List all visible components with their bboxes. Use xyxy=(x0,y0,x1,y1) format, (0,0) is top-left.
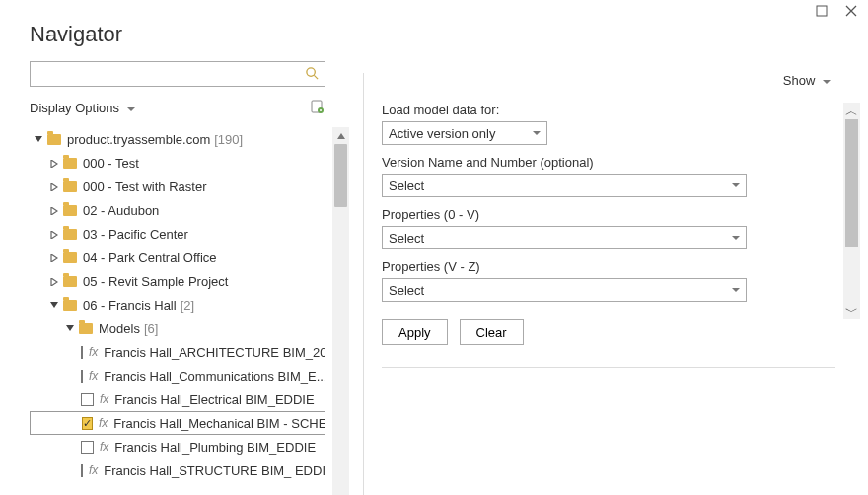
tree-folder-count: [2] xyxy=(181,298,194,313)
tree-folder-label: 02 - Audubon xyxy=(83,203,159,218)
folder-icon xyxy=(63,181,77,192)
tree-model-item[interactable]: fxFrancis Hall_Communications BIM_E... xyxy=(30,364,326,388)
tree-folder[interactable]: 02 - Audubon xyxy=(30,198,326,222)
version-select[interactable]: Select xyxy=(382,174,747,197)
checkbox[interactable] xyxy=(81,464,83,477)
function-icon: fx xyxy=(100,392,108,406)
scroll-thumb[interactable] xyxy=(845,119,858,248)
version-value: Select xyxy=(389,178,424,193)
tree-models-folder[interactable]: Models [6] xyxy=(30,317,326,340)
tree-model-item[interactable]: fxFrancis Hall_Plumbing BIM_EDDIE xyxy=(30,435,326,459)
properties-vz-value: Select xyxy=(389,283,424,298)
scroll-thumb[interactable] xyxy=(334,144,347,207)
folder-icon xyxy=(63,229,77,240)
function-icon: fx xyxy=(89,345,98,359)
display-options-button[interactable]: Display Options xyxy=(30,101,135,115)
expand-icon[interactable] xyxy=(49,156,59,171)
folder-icon xyxy=(63,205,77,216)
load-model-select[interactable]: Active version only xyxy=(382,121,547,145)
tree-model-label: Francis Hall_ARCHITECTURE BIM_20... xyxy=(104,345,326,360)
scroll-up-icon[interactable]: ︿ xyxy=(843,103,860,119)
tree-folder[interactable]: 000 - Test with Raster xyxy=(30,175,326,198)
tree-model-item[interactable]: fxFrancis Hall_STRUCTURE BIM_ EDDIE xyxy=(30,459,326,482)
expand-icon[interactable] xyxy=(49,179,59,194)
tree-folder-label: 000 - Test xyxy=(83,156,139,171)
tree-folder[interactable]: 000 - Test xyxy=(30,151,326,175)
search-input[interactable] xyxy=(30,61,326,87)
refresh-icon[interactable] xyxy=(310,99,326,117)
expand-icon[interactable] xyxy=(49,227,59,242)
tree-folder[interactable]: 04 - Park Central Office xyxy=(30,246,326,269)
properties-0v-select[interactable]: Select xyxy=(382,226,747,249)
maximize-icon[interactable] xyxy=(815,4,829,18)
tree-folder-label: 04 - Park Central Office xyxy=(83,250,217,265)
tree-model-item[interactable]: fxFrancis Hall_Electrical BIM_EDDIE xyxy=(30,388,326,411)
tree-folder-label: 05 - Revit Sample Project xyxy=(83,274,228,289)
tree-model-label: Francis Hall_Communications BIM_E... xyxy=(104,369,326,384)
apply-button[interactable]: Apply xyxy=(382,319,448,345)
function-icon: fx xyxy=(89,369,98,383)
show-label: Show xyxy=(783,73,816,88)
tree-folder-label: 03 - Pacific Center xyxy=(83,227,188,242)
load-model-value: Active version only xyxy=(389,126,495,141)
collapse-icon[interactable] xyxy=(65,321,75,336)
tree-model-item[interactable]: fxFrancis Hall_Mechanical BIM - SCHE... xyxy=(30,411,326,435)
expand-icon[interactable] xyxy=(49,203,59,218)
expand-icon[interactable] xyxy=(49,274,59,289)
chevron-down-icon xyxy=(732,288,740,292)
tree-scrollbar[interactable] xyxy=(332,127,349,495)
tree-model-label: Francis Hall_Plumbing BIM_EDDIE xyxy=(114,440,316,455)
tree-folder-label: 06 - Francis Hall xyxy=(83,298,177,313)
folder-icon xyxy=(63,300,77,311)
folder-icon xyxy=(63,276,77,287)
close-icon[interactable] xyxy=(844,4,858,18)
tree-folder[interactable]: 05 - Revit Sample Project xyxy=(30,269,326,293)
display-options-label: Display Options xyxy=(30,101,119,115)
collapse-icon[interactable] xyxy=(34,132,43,147)
chevron-down-icon xyxy=(732,236,740,240)
scroll-up-icon[interactable] xyxy=(332,127,349,144)
page-title: Navigator xyxy=(0,0,868,63)
properties-0v-value: Select xyxy=(389,231,424,246)
checkbox[interactable] xyxy=(82,417,93,430)
properties-vz-label: Properties (V - Z) xyxy=(382,259,747,274)
horizontal-divider xyxy=(382,367,835,368)
svg-rect-0 xyxy=(817,6,827,16)
vertical-divider xyxy=(363,73,364,495)
navigator-tree: product.tryassemble.com [190] 000 - Test… xyxy=(30,127,326,495)
function-icon: fx xyxy=(89,463,98,477)
tree-root-label: product.tryassemble.com xyxy=(67,132,210,147)
tree-models-label: Models xyxy=(99,321,140,336)
collapse-icon[interactable] xyxy=(49,298,59,313)
tree-model-label: Francis Hall_Electrical BIM_EDDIE xyxy=(114,392,314,407)
version-label: Version Name and Number (optional) xyxy=(382,155,747,170)
function-icon: fx xyxy=(100,440,108,454)
folder-icon xyxy=(63,158,77,169)
tree-folder-label: 000 - Test with Raster xyxy=(83,179,206,194)
checkbox[interactable] xyxy=(81,441,94,454)
tree-root[interactable]: product.tryassemble.com [190] xyxy=(30,127,326,151)
folder-icon xyxy=(63,252,77,263)
checkbox[interactable] xyxy=(81,346,83,359)
checkbox[interactable] xyxy=(81,393,94,406)
chevron-down-icon xyxy=(127,107,135,111)
chevron-down-icon xyxy=(732,183,740,187)
expand-icon[interactable] xyxy=(49,250,59,265)
checkbox[interactable] xyxy=(81,370,83,383)
properties-vz-select[interactable]: Select xyxy=(382,278,747,302)
folder-icon xyxy=(47,134,61,145)
show-button[interactable]: Show xyxy=(783,73,831,88)
tree-root-count: [190] xyxy=(214,132,243,147)
load-model-label: Load model data for: xyxy=(382,103,747,117)
properties-0v-label: Properties (0 - V) xyxy=(382,207,747,222)
chevron-down-icon xyxy=(533,131,541,135)
scroll-down-icon[interactable]: ﹀ xyxy=(843,303,860,319)
clear-button[interactable]: Clear xyxy=(460,319,524,345)
tree-folder-expanded[interactable]: 06 - Francis Hall [2] xyxy=(30,293,326,317)
folder-icon xyxy=(79,323,93,334)
function-icon: fx xyxy=(99,416,108,430)
right-scrollbar[interactable]: ︿ ﹀ xyxy=(843,103,860,319)
tree-folder[interactable]: 03 - Pacific Center xyxy=(30,222,326,246)
chevron-down-icon xyxy=(823,80,831,84)
tree-model-item[interactable]: fxFrancis Hall_ARCHITECTURE BIM_20... xyxy=(30,340,326,364)
